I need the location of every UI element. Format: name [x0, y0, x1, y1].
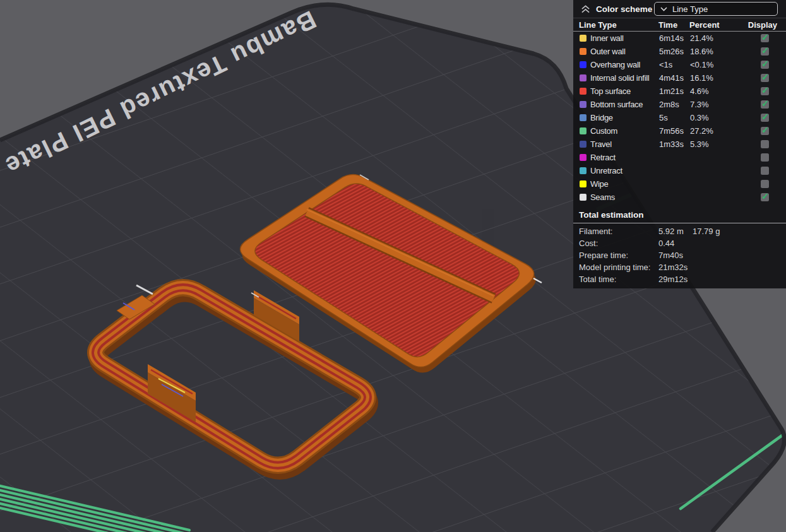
display-checkbox[interactable]: [761, 193, 769, 201]
panel-title: Color scheme: [596, 4, 652, 14]
total-value-2: 17.79 g: [693, 227, 786, 236]
line-type-label: Outer wall: [590, 47, 659, 56]
table-row: Internal solid infill4m41s16.1%: [573, 71, 786, 85]
chevron-down-icon: [660, 7, 667, 11]
display-checkbox[interactable]: [761, 61, 769, 69]
line-percent: 27.2%: [690, 126, 761, 136]
line-time: 5s: [659, 113, 690, 122]
total-label: Filament:: [579, 227, 658, 236]
line-percent: 7.3%: [690, 100, 761, 109]
total-value: 29m12s: [658, 275, 693, 284]
display-checkbox[interactable]: [761, 87, 769, 95]
line-color-swatch: [580, 88, 587, 95]
display-checkbox[interactable]: [761, 74, 769, 82]
line-color-swatch: [580, 61, 587, 68]
line-percent: 4.6%: [690, 86, 761, 96]
column-header-time: Time: [658, 20, 689, 30]
color-scheme-panel: Color scheme Line Type Line Type Time Pe…: [573, 0, 786, 288]
line-percent: 21.4%: [690, 33, 761, 43]
table-row: Top surface1m21s4.6%: [573, 85, 786, 98]
line-type-label: Bottom surface: [590, 100, 659, 109]
line-color-swatch: [580, 194, 587, 201]
table-row: Seams: [573, 191, 786, 204]
line-color-swatch: [580, 127, 587, 134]
line-color-swatch: [580, 35, 587, 42]
table-row: Overhang wall<1s<0.1%: [573, 58, 786, 71]
panel-header: Color scheme Line Type: [573, 0, 786, 18]
table-row: Unretract: [573, 164, 786, 177]
display-checkbox[interactable]: [761, 153, 769, 162]
line-color-swatch: [580, 48, 587, 55]
column-header-display: Display: [739, 20, 786, 30]
line-type-label: Travel: [590, 139, 659, 149]
total-row: Cost:0.44: [573, 237, 786, 249]
display-checkbox[interactable]: [761, 167, 769, 175]
line-color-swatch: [580, 74, 587, 81]
line-type-table: Inner wall6m14s21.4% Outer wall5m26s18.6…: [573, 32, 786, 204]
display-checkbox[interactable]: [761, 180, 769, 188]
line-type-label: Wipe: [590, 179, 659, 189]
total-value: 7m40s: [658, 251, 693, 260]
line-color-swatch: [580, 167, 587, 174]
line-percent: 16.1%: [690, 73, 761, 83]
line-type-label: Custom: [590, 126, 659, 136]
line-time: 2m8s: [659, 100, 690, 109]
total-estimation-table: Filament:5.92 m17.79 g Cost:0.44 Prepare…: [573, 225, 786, 285]
line-time: 1m33s: [659, 139, 690, 149]
total-row: Model printing time:21m32s: [573, 261, 786, 273]
line-color-swatch: [580, 141, 587, 148]
line-type-label: Inner wall: [590, 33, 659, 43]
column-header-percent: Percent: [689, 20, 739, 30]
total-value: 0.44: [658, 239, 693, 248]
line-type-label: Seams: [590, 192, 659, 202]
total-estimation-divider: [573, 223, 786, 223]
line-time: 6m14s: [659, 33, 690, 43]
line-time: 1m21s: [659, 86, 690, 96]
line-time: 7m56s: [659, 126, 690, 136]
line-color-swatch: [580, 101, 587, 108]
view-mode-value: Line Type: [672, 4, 708, 14]
line-type-label: Top surface: [590, 86, 659, 96]
line-type-label: Unretract: [590, 166, 659, 175]
total-row: Filament:5.92 m17.79 g: [573, 225, 786, 237]
total-label: Prepare time:: [579, 251, 658, 260]
display-checkbox[interactable]: [761, 34, 769, 42]
table-row: Inner wall6m14s21.4%: [573, 32, 786, 45]
line-time: <1s: [659, 60, 690, 69]
table-row: Travel1m33s5.3%: [573, 138, 786, 151]
line-type-label: Bridge: [590, 113, 659, 122]
line-percent: 5.3%: [690, 139, 761, 149]
total-value: 21m32s: [658, 263, 693, 272]
line-percent: 18.6%: [690, 47, 761, 56]
display-checkbox[interactable]: [761, 114, 769, 122]
display-checkbox[interactable]: [761, 140, 769, 148]
table-row: Outer wall5m26s18.6%: [573, 45, 786, 58]
line-color-swatch: [580, 114, 587, 121]
line-time: 5m26s: [659, 47, 690, 56]
line-color-swatch: [580, 180, 587, 187]
table-row: Wipe: [573, 177, 786, 191]
table-column-headers: Line Type Time Percent Display: [573, 18, 786, 32]
display-checkbox[interactable]: [761, 100, 769, 109]
total-value: 5.92 m: [658, 227, 693, 236]
line-type-label: Retract: [590, 153, 659, 162]
total-row: Total time:29m12s: [573, 273, 786, 285]
table-row: Retract: [573, 151, 786, 164]
total-label: Cost:: [579, 239, 658, 248]
total-row: Prepare time:7m40s: [573, 249, 786, 261]
table-row: Bridge5s0.3%: [573, 111, 786, 124]
view-mode-dropdown[interactable]: Line Type: [654, 2, 778, 16]
line-percent: <0.1%: [690, 60, 761, 69]
column-header-line-type: Line Type: [579, 20, 658, 30]
collapse-panel-icon[interactable]: [580, 4, 591, 14]
table-row: Custom7m56s27.2%: [573, 124, 786, 138]
display-checkbox[interactable]: [761, 47, 769, 56]
line-percent: 0.3%: [690, 113, 761, 122]
line-time: 4m41s: [659, 73, 690, 83]
total-estimation-title: Total estimation: [573, 204, 786, 223]
total-label: Model printing time:: [579, 263, 658, 272]
line-type-label: Internal solid infill: [590, 73, 659, 83]
display-checkbox[interactable]: [761, 127, 769, 135]
line-color-swatch: [580, 154, 587, 161]
line-type-label: Overhang wall: [590, 60, 659, 69]
